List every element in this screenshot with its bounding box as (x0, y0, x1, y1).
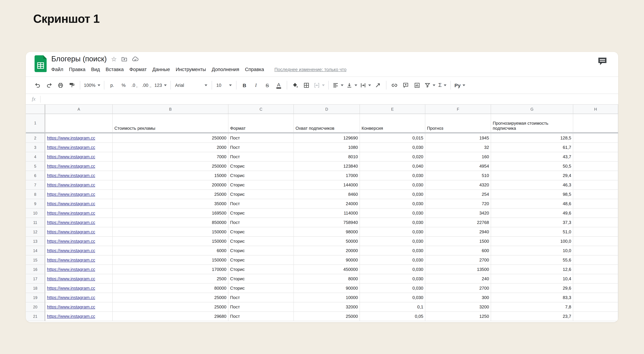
format-cell[interactable]: Сторис (228, 237, 294, 246)
row-number[interactable]: 13 (26, 237, 45, 246)
blogger-link-cell[interactable]: https://www.instagram.cc (45, 255, 113, 265)
row-number[interactable]: 2 (26, 133, 45, 143)
format-cell[interactable]: Пост (228, 218, 294, 227)
instagram-link[interactable]: https://www.instagram.cc (47, 239, 95, 244)
blogger-link-cell[interactable]: https://www.instagram.cc (45, 171, 113, 180)
cost-cell[interactable]: 15000 (113, 171, 228, 180)
align-icon[interactable] (331, 80, 345, 90)
conversion-cell[interactable]: 0,040 (360, 162, 425, 171)
empty-cell[interactable] (573, 171, 618, 180)
conversion-cell[interactable]: 0,015 (360, 133, 425, 143)
forecast-cell[interactable]: 510 (425, 171, 491, 180)
row-number[interactable]: 8 (26, 190, 45, 199)
cps-cell[interactable]: 46,3 (491, 180, 573, 190)
cost-cell[interactable]: 80000 (113, 284, 228, 293)
conversion-cell[interactable]: 0,030 (360, 227, 425, 237)
column-header-b[interactable]: B (113, 105, 228, 114)
forecast-cell[interactable]: 32 (425, 143, 491, 152)
cost-cell[interactable]: 25000 (113, 190, 228, 199)
merge-cells-icon[interactable] (312, 80, 326, 90)
cost-cell[interactable]: 150000 (113, 255, 228, 265)
reach-cell[interactable]: 1080 (294, 143, 360, 152)
empty-cell[interactable] (573, 246, 618, 255)
conversion-cell[interactable]: 0,030 (360, 237, 425, 246)
row-number[interactable]: 5 (26, 162, 45, 171)
forecast-cell[interactable]: 1500 (425, 237, 491, 246)
cloud-saved-icon[interactable] (132, 56, 139, 62)
format-cell[interactable]: Пост (228, 302, 294, 312)
cps-cell[interactable]: 7,8 (491, 302, 573, 312)
blogger-link-cell[interactable]: https://www.instagram.cc (45, 133, 113, 143)
row-number[interactable]: 15 (26, 255, 45, 265)
forecast-cell[interactable]: 300 (425, 293, 491, 302)
insert-chart-icon[interactable] (412, 80, 423, 90)
conversion-cell[interactable]: 0,030 (360, 199, 425, 209)
blogger-link-cell[interactable]: https://www.instagram.cc (45, 190, 113, 199)
empty-cell[interactable] (573, 274, 618, 284)
cost-cell[interactable]: 2500 (113, 274, 228, 284)
menu-item[interactable]: Формат (127, 66, 150, 73)
instagram-link[interactable]: https://www.instagram.cc (47, 267, 95, 272)
empty-cell[interactable] (573, 180, 618, 190)
instagram-link[interactable]: https://www.instagram.cc (47, 248, 95, 253)
percent-format-button[interactable]: % (118, 80, 129, 90)
cost-cell[interactable]: 250000 (113, 133, 228, 143)
insert-comment-icon[interactable] (400, 80, 412, 90)
cell-c1[interactable]: Формат (228, 114, 294, 132)
instagram-link[interactable]: https://www.instagram.cc (47, 229, 95, 234)
instagram-link[interactable]: https://www.instagram.cc (47, 258, 95, 263)
row-number[interactable]: 19 (26, 293, 45, 302)
forecast-cell[interactable]: 720 (425, 199, 491, 209)
cps-cell[interactable]: 10,4 (491, 274, 573, 284)
reach-cell[interactable]: 17000 (294, 171, 360, 180)
blogger-link-cell[interactable]: https://www.instagram.cc (45, 209, 113, 218)
link-icon[interactable] (389, 80, 400, 90)
cost-cell[interactable]: 25000 (113, 293, 228, 302)
cps-cell[interactable]: 61,7 (491, 143, 573, 152)
empty-cell[interactable] (573, 199, 618, 209)
conversion-cell[interactable]: 0,030 (360, 255, 425, 265)
format-cell[interactable]: Сторис (228, 274, 294, 284)
cell-h1[interactable] (573, 114, 618, 132)
reach-cell[interactable]: 24000 (294, 199, 360, 209)
row-number[interactable]: 20 (26, 302, 45, 312)
reach-cell[interactable]: 25000 (294, 312, 360, 321)
menu-item[interactable]: Справка (242, 66, 267, 73)
cps-cell[interactable]: 51,0 (491, 227, 573, 237)
cps-cell[interactable]: 83,3 (491, 293, 573, 302)
zoom-select[interactable]: 100% (82, 80, 102, 90)
reach-cell[interactable]: 758940 (294, 218, 360, 227)
reach-cell[interactable]: 20000 (294, 246, 360, 255)
instagram-link[interactable]: https://www.instagram.cc (47, 192, 95, 197)
empty-cell[interactable] (573, 143, 618, 152)
last-edit-status[interactable]: Последнее изменение: только что (274, 67, 346, 72)
cps-cell[interactable]: 98,5 (491, 190, 573, 199)
row-number[interactable]: 21 (26, 312, 45, 321)
instagram-link[interactable]: https://www.instagram.cc (47, 211, 95, 216)
format-cell[interactable]: Сторис (228, 180, 294, 190)
cost-cell[interactable]: 850000 (113, 218, 228, 227)
number-format-button[interactable]: 123 (153, 80, 168, 90)
cost-cell[interactable]: 29680 (113, 312, 228, 321)
conversion-cell[interactable]: 0,030 (360, 180, 425, 190)
cost-cell[interactable]: 200000 (113, 180, 228, 190)
format-cell[interactable]: Сторис (228, 162, 294, 171)
forecast-cell[interactable]: 1945 (425, 133, 491, 143)
format-cell[interactable]: Сторис (228, 255, 294, 265)
increase-decimal-button[interactable]: .00→ (141, 80, 153, 90)
menu-item[interactable]: Вид (88, 66, 102, 73)
conversion-cell[interactable]: 0,030 (360, 274, 425, 284)
currency-format-button[interactable]: р. (106, 80, 118, 90)
forecast-cell[interactable]: 2700 (425, 284, 491, 293)
borders-icon[interactable] (301, 80, 312, 90)
row-number[interactable]: 9 (26, 199, 45, 209)
cost-cell[interactable]: 7000 (113, 152, 228, 162)
blogger-link-cell[interactable]: https://www.instagram.cc (45, 180, 113, 190)
instagram-link[interactable]: https://www.instagram.cc (47, 295, 95, 300)
blogger-link-cell[interactable]: https://www.instagram.cc (45, 284, 113, 293)
fill-color-icon[interactable] (290, 80, 301, 90)
row-number[interactable]: 14 (26, 246, 45, 255)
cost-cell[interactable]: 250000 (113, 162, 228, 171)
column-header-h[interactable]: H (573, 105, 618, 114)
instagram-link[interactable]: https://www.instagram.cc (47, 154, 95, 159)
